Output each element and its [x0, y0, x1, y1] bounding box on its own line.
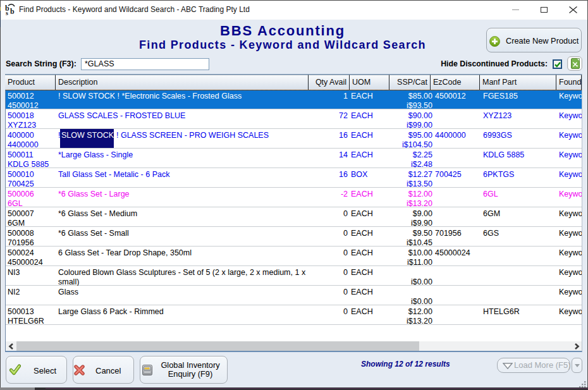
svg-text:b: b: [10, 7, 15, 15]
svg-text:s: s: [6, 9, 8, 15]
